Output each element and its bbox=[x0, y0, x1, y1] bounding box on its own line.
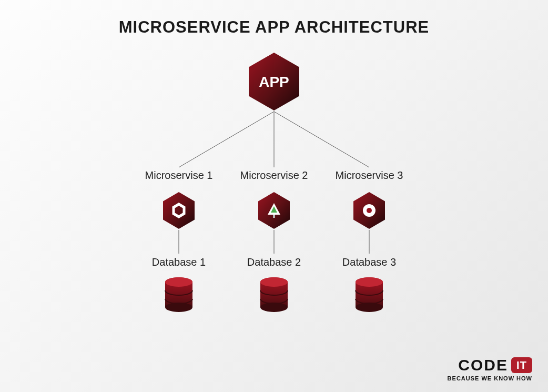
database-3-icon bbox=[356, 277, 383, 312]
svg-point-21 bbox=[260, 277, 288, 287]
microservice-2-label: Microservise 2 bbox=[240, 169, 308, 181]
microservice-3-node bbox=[353, 192, 385, 229]
app-label: APP bbox=[259, 74, 289, 90]
app-node: APP bbox=[249, 53, 299, 110]
database-1-icon bbox=[165, 277, 192, 312]
svg-marker-4 bbox=[163, 192, 195, 229]
database-2-label: Database 2 bbox=[247, 256, 301, 268]
svg-point-25 bbox=[356, 277, 383, 287]
connector-lines bbox=[179, 112, 369, 167]
svg-line-1 bbox=[179, 112, 274, 167]
microservice-1-node bbox=[163, 192, 195, 229]
logo-tagline: BECAUSE WE KNOW HOW bbox=[448, 375, 532, 381]
service-db-lines bbox=[179, 230, 369, 254]
microservice-2-node bbox=[258, 192, 290, 229]
logo-code-text: CODE bbox=[458, 356, 508, 374]
logo-it-badge: IT bbox=[511, 357, 532, 373]
database-3-label: Database 3 bbox=[342, 256, 396, 268]
svg-point-17 bbox=[165, 277, 192, 287]
brand-logo: CODE IT BECAUSE WE KNOW HOW bbox=[448, 356, 532, 381]
architecture-diagram: APP Microservise 1 Microservise 2 Micros… bbox=[0, 53, 548, 347]
svg-point-10 bbox=[367, 208, 372, 213]
database-2-icon bbox=[260, 277, 288, 312]
microservice-3-label: Microservise 3 bbox=[336, 169, 403, 181]
svg-line-3 bbox=[274, 112, 369, 167]
diagram-title: MICROSERVICE APP ARCHITECTURE bbox=[0, 18, 548, 37]
svg-rect-8 bbox=[273, 215, 275, 218]
database-1-label: Database 1 bbox=[152, 256, 206, 268]
microservice-1-label: Microservise 1 bbox=[145, 169, 213, 181]
